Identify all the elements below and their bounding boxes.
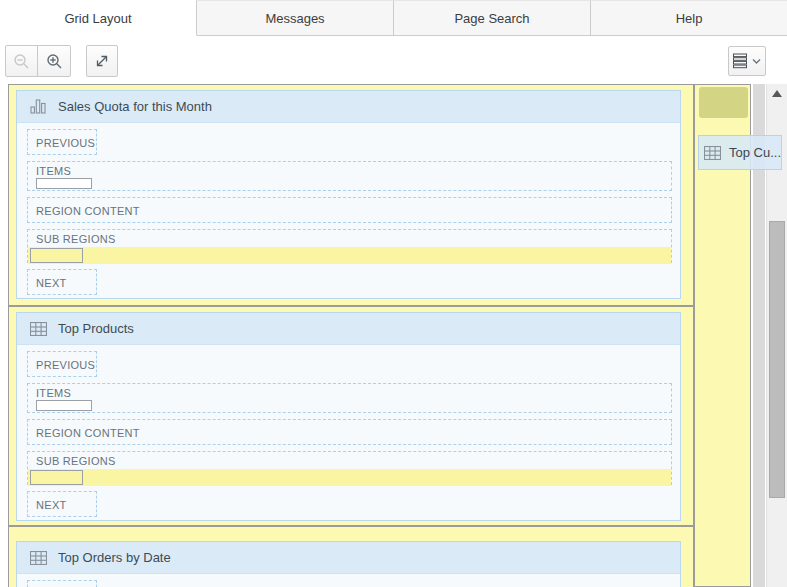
- grid-cell-row2: Top Products PREVIOUS ITEMS REGION CONTE…: [8, 306, 694, 526]
- region-header[interactable]: Top Orders by Date: [17, 542, 680, 574]
- chevron-down-icon: [752, 58, 761, 65]
- grid-cell-row3: Top Orders by Date PREVIOUS: [8, 526, 694, 587]
- slot-label: NEXT: [36, 277, 67, 289]
- tab-page-search[interactable]: Page Search: [394, 0, 591, 36]
- slot-label: PREVIOUS: [36, 137, 95, 149]
- slot-label: PREVIOUS: [36, 359, 95, 371]
- region-title: Sales Quota for this Month: [58, 99, 212, 114]
- region-sales-quota[interactable]: Sales Quota for this Month PREVIOUS ITEM…: [16, 90, 681, 299]
- grid-layout-toolbar: [0, 36, 787, 84]
- slot-label: REGION CONTENT: [36, 205, 140, 217]
- expand-diagonal-arrows-icon: [94, 53, 110, 69]
- region-top-customers[interactable]: Top Cu...: [698, 135, 782, 170]
- sub-region-stripe: [28, 247, 671, 264]
- slot-items[interactable]: ITEMS: [27, 161, 672, 191]
- slot-previous[interactable]: PREVIOUS: [27, 129, 97, 155]
- slot-label: SUB REGIONS: [28, 233, 116, 245]
- region-body: PREVIOUS ITEMS REGION CONTENT SUB REGION…: [17, 345, 680, 517]
- sub-region-stripe: [28, 469, 671, 486]
- scrollbar-up-arrow[interactable]: [772, 90, 782, 97]
- region-header[interactable]: Top Products: [17, 313, 680, 345]
- slot-next[interactable]: NEXT: [27, 491, 97, 517]
- layout-display-menu-button[interactable]: [728, 46, 766, 76]
- slot-label: NEXT: [36, 499, 67, 511]
- slot-region-content[interactable]: REGION CONTENT: [27, 419, 672, 445]
- slot-previous[interactable]: PREVIOUS: [27, 351, 97, 377]
- grid-layout-canvas: Sales Quota for this Month PREVIOUS ITEM…: [0, 84, 787, 587]
- grid-cell-row1: Sales Quota for this Month PREVIOUS ITEM…: [8, 84, 694, 306]
- zoom-out-icon: [13, 53, 30, 70]
- table-icon: [30, 551, 47, 565]
- item-placeholder[interactable]: [36, 400, 92, 411]
- zoom-button-group: [5, 45, 71, 77]
- side-region-block[interactable]: [699, 87, 748, 118]
- slot-label: ITEMS: [36, 387, 71, 399]
- slot-label: REGION CONTENT: [36, 427, 140, 439]
- zoom-in-button[interactable]: [37, 45, 71, 77]
- slot-sub-regions[interactable]: SUB REGIONS: [27, 451, 672, 485]
- tab-label: Page Search: [454, 11, 529, 26]
- sub-region-placeholder[interactable]: [30, 248, 83, 263]
- slot-label: ITEMS: [36, 165, 71, 177]
- slot-sub-regions[interactable]: SUB REGIONS: [27, 229, 672, 263]
- slot-next[interactable]: NEXT: [27, 269, 97, 295]
- table-icon: [704, 146, 721, 160]
- item-placeholder[interactable]: [36, 178, 92, 189]
- tab-bar: Grid Layout Messages Page Search Help: [0, 0, 787, 36]
- bar-chart-icon: [30, 99, 47, 114]
- tab-label: Messages: [265, 11, 324, 26]
- slot-previous[interactable]: PREVIOUS: [27, 580, 97, 587]
- slot-region-content[interactable]: REGION CONTENT: [27, 197, 672, 223]
- table-icon: [30, 322, 47, 336]
- region-top-orders[interactable]: Top Orders by Date PREVIOUS: [16, 541, 681, 587]
- tab-grid-layout[interactable]: Grid Layout: [0, 0, 197, 36]
- tab-help[interactable]: Help: [591, 0, 787, 36]
- region-title: Top Cu...: [729, 145, 781, 160]
- tab-label: Help: [676, 11, 703, 26]
- zoom-out-button[interactable]: [5, 45, 38, 77]
- slot-items[interactable]: ITEMS: [27, 383, 672, 413]
- tab-label: Grid Layout: [64, 11, 131, 26]
- list-rows-icon: [733, 53, 748, 69]
- region-title: Top Orders by Date: [58, 550, 171, 565]
- zoom-in-icon: [46, 53, 63, 70]
- sub-region-placeholder[interactable]: [30, 470, 83, 485]
- region-top-products[interactable]: Top Products PREVIOUS ITEMS REGION CONTE…: [16, 312, 681, 521]
- tab-messages[interactable]: Messages: [197, 0, 394, 36]
- expand-button[interactable]: [86, 45, 118, 77]
- region-body: PREVIOUS ITEMS REGION CONTENT SUB REGION…: [17, 123, 680, 295]
- slot-label: SUB REGIONS: [28, 455, 116, 467]
- region-title: Top Products: [58, 321, 134, 336]
- scrollbar-thumb[interactable]: [769, 221, 785, 498]
- region-body: PREVIOUS: [17, 574, 680, 587]
- region-header[interactable]: Sales Quota for this Month: [17, 91, 680, 123]
